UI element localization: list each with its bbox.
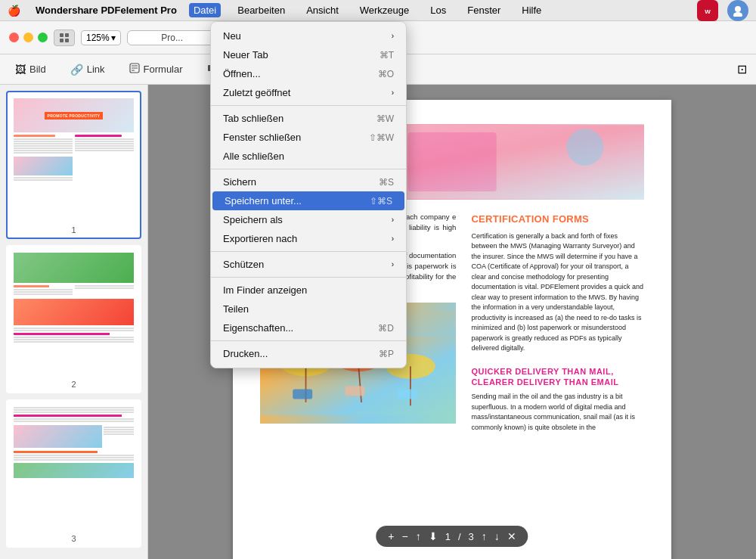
menu-bearbeiten[interactable]: Bearbeiten xyxy=(233,3,290,17)
menu-hilfe[interactable]: Hilfe xyxy=(517,3,546,17)
page-thumb-3-label: 3 xyxy=(11,534,137,543)
menu-fenster[interactable]: Fenster xyxy=(463,3,505,17)
menubar-right: W xyxy=(697,0,748,21)
menu-sep-2 xyxy=(211,169,406,169)
page-thumb-2[interactable]: 2 xyxy=(6,245,141,393)
menu-speichern-als[interactable]: Speichern als › xyxy=(211,210,406,229)
page-thumb-2-label: 2 xyxy=(11,380,137,389)
menu-sichern-label: Sichern xyxy=(223,176,379,188)
page-nav-bar: + − ↑ ⬇ 1 / 3 ↑ ↓ ✕ xyxy=(376,526,528,547)
certification-body: Certification is generally a back and fo… xyxy=(471,231,644,354)
maximize-window-button[interactable] xyxy=(38,33,48,42)
menu-neu[interactable]: Neu › xyxy=(211,26,406,45)
svg-rect-25 xyxy=(345,386,364,396)
menu-tab-schliessen-shortcut: ⌘W xyxy=(376,113,394,124)
menu-speichern-unter[interactable]: Speichern unter... ⇧⌘S xyxy=(212,191,404,210)
menu-fenster-schliessen-label: Fenster schließen xyxy=(223,132,369,143)
menu-fenster-schliessen-shortcut: ⇧⌘W xyxy=(369,132,394,143)
menu-schuetzen-label: Schützen xyxy=(223,259,392,270)
tool-bild[interactable]: 🖼 Bild xyxy=(9,61,52,79)
grid-view-button[interactable] xyxy=(54,30,75,46)
menu-im-finder[interactable]: Im Finder anzeigen xyxy=(211,281,406,300)
menu-oeffnen-label: Öffnen... xyxy=(223,68,378,79)
page-thumb-1[interactable]: PROMOTE PRODUCTIVITY xyxy=(6,91,141,239)
tool-link[interactable]: 🔗 Link xyxy=(64,61,111,79)
menu-drucken-shortcut: ⌘P xyxy=(379,349,394,359)
page-up-button[interactable]: ↑ xyxy=(482,530,487,542)
fit-page-button[interactable]: ↑ xyxy=(416,530,421,542)
menu-sep-1 xyxy=(211,105,406,106)
filename-display: Pro... xyxy=(127,30,218,45)
menu-datei[interactable]: Datei xyxy=(189,3,221,17)
menu-teilen-label: Teilen xyxy=(223,303,394,315)
close-window-button[interactable] xyxy=(9,33,19,42)
apple-icon[interactable]: 🍎 xyxy=(8,5,20,17)
page-total: 3 xyxy=(469,531,474,542)
menu-los[interactable]: Los xyxy=(426,3,451,17)
svg-rect-26 xyxy=(398,389,417,399)
zoom-in-button[interactable]: + xyxy=(388,530,394,542)
svg-rect-6 xyxy=(60,39,64,42)
page-current: 1 xyxy=(445,531,451,542)
menu-oeffnen-shortcut: ⌘O xyxy=(378,69,394,79)
page-thumb-3[interactable]: 3 xyxy=(6,399,141,548)
menu-neuer-tab-label: Neuer Tab xyxy=(223,49,380,61)
tool-formular[interactable]: Formular xyxy=(123,60,189,79)
menubar: 🍎 Wondershare PDFelement Pro Datei Bearb… xyxy=(0,0,756,21)
menu-tab-schliessen[interactable]: Tab schließen ⌘W xyxy=(211,109,406,128)
menu-drucken[interactable]: Drucken... ⌘P xyxy=(211,344,406,363)
menu-sichern-shortcut: ⌘S xyxy=(379,177,394,188)
menu-zuletzt[interactable]: Zuletzt geöffnet › xyxy=(211,83,406,102)
minimize-window-button[interactable] xyxy=(23,33,33,42)
menu-exportieren-arrow: › xyxy=(392,234,394,243)
pdf-col-right: CERTIFICATION FORMS Certification is gen… xyxy=(471,212,644,433)
menu-fenster-schliessen[interactable]: Fenster schließen ⇧⌘W xyxy=(211,128,406,147)
form-icon xyxy=(129,63,140,76)
toolbar2-right: ⊡ xyxy=(737,62,747,76)
menu-exportieren[interactable]: Exportieren nach › xyxy=(211,229,406,248)
menu-schuetzen[interactable]: Schützen › xyxy=(211,255,406,274)
menu-teilen[interactable]: Teilen xyxy=(211,300,406,318)
expand-button[interactable]: ⊡ xyxy=(737,63,747,76)
close-nav-button[interactable]: ✕ xyxy=(507,530,516,542)
menu-ansicht[interactable]: Ansicht xyxy=(302,3,343,17)
tool-bild-label: Bild xyxy=(29,64,46,75)
menu-werkzeuge[interactable]: Werkzeuge xyxy=(355,3,414,17)
app-name: Wondershare PDFelement Pro xyxy=(36,5,177,16)
quicker-heading: QUICKER DELIVERY THAN MAIL, CLEARER DELI… xyxy=(471,366,644,388)
tool-formular-label: Formular xyxy=(144,64,183,75)
svg-rect-16 xyxy=(407,132,496,191)
menu-oeffnen[interactable]: Öffnen... ⌘O xyxy=(211,64,406,83)
menu-speichern-unter-label: Speichern unter... xyxy=(225,195,370,207)
menu-exportieren-label: Exportieren nach xyxy=(223,233,392,244)
zoom-value: 125% xyxy=(86,33,110,43)
zoom-dropdown-icon: ▾ xyxy=(111,33,116,43)
datei-dropdown-menu: Neu › Neuer Tab ⌘T Öffnen... ⌘O Zuletzt … xyxy=(210,21,407,368)
svg-point-2 xyxy=(735,6,741,12)
svg-rect-4 xyxy=(60,33,64,37)
menu-sep-5 xyxy=(211,340,406,341)
thumb-img-3 xyxy=(11,404,137,533)
menu-speichern-als-label: Speichern als xyxy=(223,214,392,225)
menu-alle-schliessen-label: Alle schließen xyxy=(223,151,394,162)
zoom-control[interactable]: 125% ▾ xyxy=(81,30,121,45)
menu-zuletzt-label: Zuletzt geöffnet xyxy=(223,87,392,98)
zoom-out-button[interactable]: − xyxy=(401,530,407,542)
menu-sichern[interactable]: Sichern ⌘S xyxy=(211,172,406,191)
tool-link-label: Link xyxy=(87,64,105,75)
menu-neuer-tab-shortcut: ⌘T xyxy=(380,50,394,61)
page-down-button[interactable]: ↓ xyxy=(494,530,500,542)
certification-heading: CERTIFICATION FORMS xyxy=(471,212,644,227)
menu-alle-schliessen[interactable]: Alle schließen xyxy=(211,147,406,166)
user-avatar[interactable] xyxy=(727,0,748,21)
traffic-lights xyxy=(9,33,48,42)
menu-neuer-tab[interactable]: Neuer Tab ⌘T xyxy=(211,45,406,64)
page-thumbnail-sidebar: PROMOTE PRODUCTIVITY xyxy=(0,85,148,559)
menu-neu-label: Neu xyxy=(223,30,392,42)
page-thumb-1-label: 1 xyxy=(11,225,137,234)
menu-eigenschaften[interactable]: Eigenschaften... ⌘D xyxy=(211,318,406,337)
menu-eigenschaften-shortcut: ⌘D xyxy=(378,323,394,334)
menu-im-finder-label: Im Finder anzeigen xyxy=(223,284,394,296)
download-button[interactable]: ⬇ xyxy=(429,530,438,542)
svg-rect-5 xyxy=(65,33,69,37)
